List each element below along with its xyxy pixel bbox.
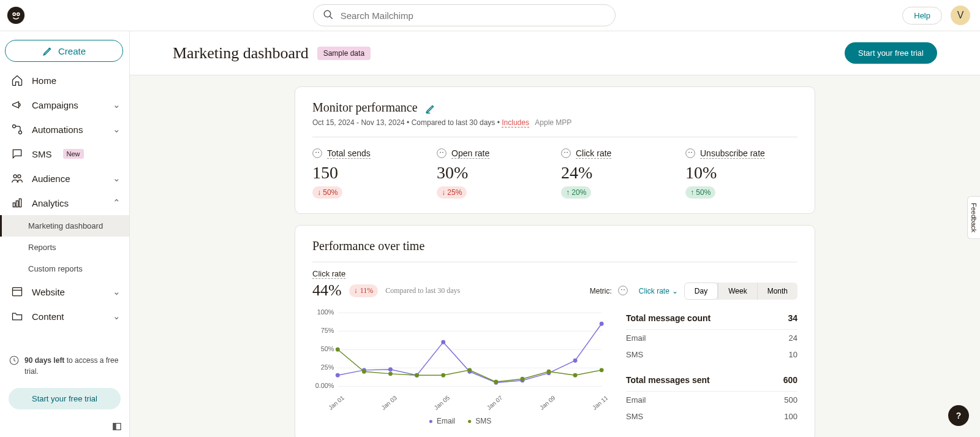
svg-point-28 <box>567 152 568 153</box>
chevron-down-icon: ⌄ <box>672 287 678 295</box>
svg-line-6 <box>330 16 333 19</box>
svg-point-30 <box>688 152 690 153</box>
megaphone-icon <box>11 99 23 111</box>
svg-point-32 <box>618 286 627 295</box>
chimp-icon <box>618 286 629 297</box>
chimp-icon <box>312 148 323 159</box>
metric-trend: ↓ 11% <box>349 284 379 297</box>
svg-point-64 <box>388 372 393 376</box>
svg-text:Jan 03: Jan 03 <box>380 394 398 411</box>
main-content: Marketing dashboard Sample data Start yo… <box>130 31 980 437</box>
svg-text:75%: 75% <box>321 327 334 334</box>
includes-link[interactable]: Includes <box>502 118 529 127</box>
chevron-down-icon: ⌄ <box>113 311 121 322</box>
svg-point-3 <box>13 13 15 15</box>
collapse-sidebar-icon[interactable] <box>0 418 129 437</box>
svg-point-25 <box>442 152 443 153</box>
svg-point-65 <box>415 373 419 378</box>
svg-point-24 <box>440 152 441 153</box>
chevron-up-icon: ⌃ <box>113 197 121 208</box>
stat-title: Total messages sent <box>626 375 710 385</box>
nav-label: Home <box>32 75 56 86</box>
nav-campaigns[interactable]: Campaigns ⌄ <box>0 93 129 117</box>
metric-value: 30% <box>437 163 549 183</box>
svg-point-60 <box>573 359 578 363</box>
svg-point-20 <box>313 149 322 158</box>
create-button[interactable]: Create <box>5 40 123 62</box>
svg-point-9 <box>13 175 17 178</box>
svg-point-21 <box>315 152 317 153</box>
metric-trend: ↑ 20% <box>561 186 591 199</box>
nav-content[interactable]: Content ⌄ <box>0 304 129 329</box>
svg-point-8 <box>19 131 22 134</box>
svg-point-71 <box>573 373 578 378</box>
svg-point-67 <box>467 368 472 373</box>
stat-row: SMS10 <box>626 346 797 363</box>
nav-audience[interactable]: Audience ⌄ <box>0 166 129 191</box>
mailchimp-logo[interactable] <box>6 6 26 25</box>
performance-card: Performance over time Click rate 44% ↓ 1… <box>295 225 815 437</box>
avatar[interactable]: V <box>951 6 970 25</box>
nav-sms[interactable]: SMS New <box>0 142 129 166</box>
svg-point-70 <box>547 370 551 374</box>
nav-label: Automations <box>32 124 83 135</box>
metric-big-value: 44% <box>312 281 342 300</box>
sample-data-badge: Sample data <box>317 47 371 60</box>
page-title: Marketing dashboard <box>173 44 309 63</box>
svg-rect-13 <box>19 199 21 207</box>
new-badge: New <box>63 149 84 159</box>
svg-point-0 <box>7 7 24 24</box>
window-icon <box>11 286 23 298</box>
apple-mpp-text: Apple MPP <box>535 118 571 127</box>
svg-point-51 <box>336 373 340 378</box>
svg-text:Jan 05: Jan 05 <box>433 394 451 411</box>
svg-text:25%: 25% <box>321 363 334 371</box>
search-input[interactable] <box>313 4 616 26</box>
nav-analytics[interactable]: Analytics ⌃ <box>0 191 129 215</box>
nav-home[interactable]: Home <box>0 68 129 93</box>
feedback-tab[interactable]: Feedback <box>967 196 980 239</box>
svg-point-33 <box>621 289 622 291</box>
help-button[interactable]: Help <box>902 7 942 25</box>
metric-block: Open rate 30% ↓ 25% <box>437 148 549 199</box>
metric-dropdown[interactable]: Click rate ⌄ <box>639 287 678 295</box>
chat-icon <box>11 148 23 160</box>
svg-text:Jan 09: Jan 09 <box>538 394 557 411</box>
chevron-down-icon: ⌄ <box>113 124 121 135</box>
svg-point-53 <box>388 367 393 371</box>
subnav-reports[interactable]: Reports <box>0 237 129 258</box>
svg-point-34 <box>624 289 625 291</box>
nav-label: Website <box>32 287 65 297</box>
nav-website[interactable]: Website ⌄ <box>0 279 129 304</box>
svg-point-10 <box>18 175 21 178</box>
help-fab[interactable]: ? <box>948 405 969 426</box>
seg-day[interactable]: Day <box>684 283 718 300</box>
sidebar-trial-button[interactable]: Start your free trial <box>9 388 121 409</box>
svg-text:Jan 11: Jan 11 <box>591 394 608 411</box>
chart-legend: Email SMS <box>312 417 608 425</box>
svg-text:Jan 01: Jan 01 <box>327 394 345 411</box>
edit-icon[interactable] <box>425 106 436 116</box>
chart-area: 0.00%25%50%75%100%Jan 01Jan 03Jan 05Jan … <box>312 307 608 425</box>
metric-block: Unsubscribe rate 10% ↑ 50% <box>685 148 797 199</box>
svg-rect-14 <box>13 287 22 295</box>
subnav-custom-reports[interactable]: Custom reports <box>0 258 129 279</box>
seg-month[interactable]: Month <box>757 283 797 300</box>
monitor-subhead: Oct 15, 2024 - Nov 13, 2024 • Compared t… <box>312 118 797 137</box>
svg-text:100%: 100% <box>317 308 334 316</box>
chimp-icon <box>685 148 696 159</box>
svg-point-62 <box>336 348 340 352</box>
subnav-marketing-dashboard[interactable]: Marketing dashboard <box>0 215 129 237</box>
start-trial-button[interactable]: Start your free trial <box>845 42 937 64</box>
monitor-title: Monitor performance <box>312 101 418 115</box>
nav-label: Campaigns <box>32 100 78 110</box>
svg-point-22 <box>318 152 319 153</box>
metric-trend: ↓ 25% <box>437 186 467 199</box>
seg-week[interactable]: Week <box>718 283 756 300</box>
nav-label: Analytics <box>32 198 69 208</box>
nav-automations[interactable]: Automations ⌄ <box>0 117 129 142</box>
side-stats: Total message count34 Email24SMS10 Total… <box>626 307 797 425</box>
svg-point-66 <box>441 373 445 378</box>
stat-total: 34 <box>788 313 797 323</box>
metric-value: 24% <box>561 163 673 183</box>
